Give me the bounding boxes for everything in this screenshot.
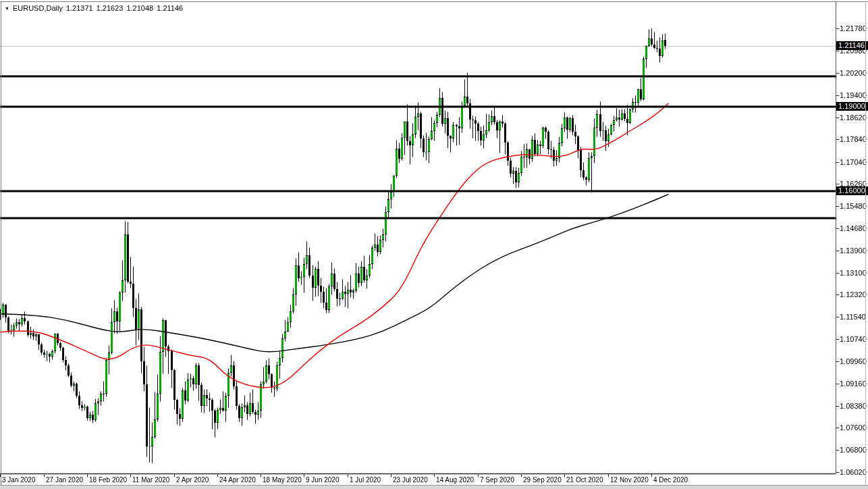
time-axis-label: 9 Jun 2020	[306, 476, 340, 484]
chart-window: ▼EURUSD,Daily1.213711.216231.210481.2114…	[0, 0, 868, 489]
time-axis-label: 12 Nov 2020	[610, 476, 649, 484]
price-axis-label: 1.09960	[840, 357, 867, 365]
time-axis-label: 18 May 2020	[263, 476, 302, 484]
level-price-tag: 1.19000	[836, 102, 868, 111]
time-axis-label: 3 Jan 2020	[2, 476, 36, 484]
window-border-top	[0, 1, 868, 2]
price-axis-label: 1.17840	[840, 135, 867, 143]
window-border-right	[865, 1, 866, 486]
time-axis-label: 2 Apr 2020	[176, 476, 209, 484]
time-axis-label: 27 Jan 2020	[46, 476, 83, 484]
quote-low: 1.21048	[126, 4, 153, 12]
quote-close: 1.21146	[157, 4, 183, 12]
price-axis-label: 1.17040	[840, 158, 867, 166]
time-axis-label: 14 Aug 2020	[436, 476, 474, 484]
time-axis-label: 7 Sep 2020	[480, 476, 514, 484]
time-axis-label: 4 Dec 2020	[653, 476, 688, 484]
chart-header: ▼EURUSD,Daily1.213711.216231.210481.2114…	[5, 4, 186, 12]
price-axis-label: 1.11540	[840, 313, 866, 321]
time-axis-label: 23 Jul 2020	[393, 476, 428, 484]
time-axis-label: 29 Sep 2020	[523, 476, 562, 484]
price-axis-label: 1.21780	[840, 24, 867, 32]
price-axis-label: 1.08380	[840, 402, 867, 410]
price-axis-label: 1.18620	[840, 113, 867, 122]
quote-open: 1.21371	[66, 4, 93, 12]
price-axis-label: 1.13900	[840, 247, 867, 255]
price-chart-canvas[interactable]	[0, 0, 868, 489]
time-axis-label: 18 Feb 2020	[89, 476, 127, 484]
dropdown-arrow-icon[interactable]: ▼	[5, 6, 9, 11]
window-edge-strip	[0, 486, 868, 489]
time-axis-label: 1 Jul 2020	[350, 476, 381, 484]
price-axis-label: 1.20200	[840, 69, 867, 77]
quote-high: 1.21623	[97, 4, 124, 12]
time-axis-label: 21 Oct 2020	[566, 476, 603, 484]
time-axis-label: 24 Apr 2020	[219, 476, 256, 484]
price-axis-label: 1.12320	[840, 290, 867, 299]
price-axis-label: 1.13100	[840, 269, 867, 277]
price-axis-label: 1.10740	[840, 335, 867, 343]
price-axis-label: 1.06800	[840, 446, 867, 454]
price-axis-label: 1.09160	[840, 380, 867, 388]
price-axis-label: 1.19400	[840, 91, 867, 99]
bid-price-tag: 1.21146	[836, 41, 868, 50]
price-axis-label: 1.06020	[840, 468, 867, 476]
window-border-left	[1, 1, 1, 486]
price-axis-label: 1.07600	[840, 423, 867, 432]
level-price-tag: 1.16000	[836, 186, 868, 195]
price-axis-label: 1.14680	[840, 224, 867, 232]
symbol-period-label: EURUSD,Daily	[13, 4, 63, 12]
time-axis-label: 11 Mar 2020	[132, 476, 169, 484]
price-axis-label: 1.15480	[840, 202, 867, 210]
